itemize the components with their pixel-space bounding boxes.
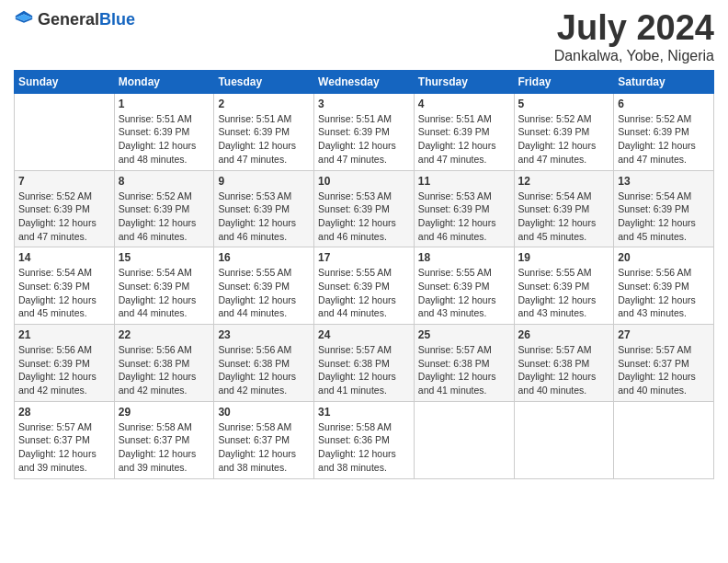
cell-line: Sunrise: 5:51 AM — [318, 113, 392, 124]
cell-line: and 47 minutes. — [18, 231, 87, 242]
cell-text: Sunrise: 5:56 AMSunset: 6:38 PMDaylight:… — [218, 343, 310, 397]
cell-line: Sunset: 6:39 PM — [418, 281, 490, 292]
cell-line: and 47 minutes. — [618, 154, 687, 165]
cell-line: and 47 minutes. — [418, 154, 487, 165]
col-header-sunday: Sunday — [15, 70, 115, 93]
cell-line: Daylight: 12 hours — [119, 294, 197, 305]
cell-1-6: 5Sunrise: 5:52 AMSunset: 6:39 PMDaylight… — [514, 93, 614, 170]
logo-blue: Blue — [99, 10, 135, 29]
cell-1-1 — [15, 93, 115, 170]
cell-1-2: 1Sunrise: 5:51 AMSunset: 6:39 PMDaylight… — [114, 93, 214, 170]
cell-line: Daylight: 12 hours — [119, 217, 197, 228]
day-number: 30 — [218, 406, 310, 419]
day-number: 11 — [418, 175, 510, 188]
cell-text: Sunrise: 5:51 AMSunset: 6:39 PMDaylight:… — [119, 112, 210, 167]
main-container: GeneralBlue July 2024 Dankalwa, Yobe, Ni… — [0, 0, 728, 488]
title-block: July 2024 Dankalwa, Yobe, Nigeria — [554, 9, 714, 64]
cell-line: and 41 minutes. — [418, 385, 487, 396]
cell-text: Sunrise: 5:56 AMSunset: 6:39 PMDaylight:… — [18, 343, 110, 397]
day-number: 18 — [418, 251, 510, 264]
cell-line: Daylight: 12 hours — [318, 217, 396, 228]
cell-text: Sunrise: 5:57 AMSunset: 6:37 PMDaylight:… — [18, 420, 110, 475]
cell-line: Daylight: 12 hours — [418, 371, 496, 382]
cell-line: Sunrise: 5:56 AM — [119, 344, 192, 355]
cell-line: Daylight: 12 hours — [618, 371, 696, 382]
cell-line: Sunrise: 5:51 AM — [218, 113, 291, 124]
cell-line: Daylight: 12 hours — [218, 294, 296, 305]
cell-line: Sunset: 6:38 PM — [119, 358, 190, 369]
day-number: 7 — [18, 175, 110, 188]
day-number: 2 — [218, 98, 310, 110]
cell-2-4: 10Sunrise: 5:53 AMSunset: 6:39 PMDayligh… — [314, 170, 415, 247]
cell-4-3: 23Sunrise: 5:56 AMSunset: 6:38 PMDayligh… — [214, 325, 314, 402]
day-number: 3 — [318, 98, 410, 110]
cell-line: Daylight: 12 hours — [119, 140, 197, 151]
cell-4-4: 24Sunrise: 5:57 AMSunset: 6:38 PMDayligh… — [314, 325, 415, 402]
cell-1-3: 2Sunrise: 5:51 AMSunset: 6:39 PMDaylight… — [214, 93, 314, 170]
cell-line: Sunrise: 5:58 AM — [119, 421, 192, 432]
cell-text: Sunrise: 5:57 AMSunset: 6:38 PMDaylight:… — [318, 343, 410, 397]
cell-line: Sunset: 6:39 PM — [119, 281, 190, 292]
cell-5-7 — [614, 401, 714, 478]
cell-line: Sunrise: 5:55 AM — [318, 267, 392, 278]
cell-line: Sunrise: 5:54 AM — [518, 190, 592, 201]
cell-line: Sunset: 6:37 PM — [18, 434, 90, 445]
week-row-3: 14Sunrise: 5:54 AMSunset: 6:39 PMDayligh… — [15, 247, 714, 325]
cell-line: Sunset: 6:39 PM — [218, 281, 290, 292]
col-header-wednesday: Wednesday — [314, 70, 415, 93]
cell-line: and 38 minutes. — [318, 462, 387, 473]
week-row-2: 7Sunrise: 5:52 AMSunset: 6:39 PMDaylight… — [15, 170, 714, 247]
cell-line: Daylight: 12 hours — [119, 448, 197, 459]
cell-text: Sunrise: 5:56 AMSunset: 6:38 PMDaylight:… — [119, 343, 210, 397]
cell-text: Sunrise: 5:54 AMSunset: 6:39 PMDaylight:… — [119, 266, 210, 320]
cell-line: Daylight: 12 hours — [418, 294, 496, 305]
cell-1-7: 6Sunrise: 5:52 AMSunset: 6:39 PMDaylight… — [614, 93, 714, 170]
cell-line: Sunset: 6:39 PM — [518, 203, 590, 214]
cell-line: Sunrise: 5:52 AM — [518, 113, 592, 124]
week-row-4: 21Sunrise: 5:56 AMSunset: 6:39 PMDayligh… — [15, 325, 714, 402]
cell-3-3: 16Sunrise: 5:55 AMSunset: 6:39 PMDayligh… — [214, 247, 314, 325]
cell-3-2: 15Sunrise: 5:54 AMSunset: 6:39 PMDayligh… — [114, 247, 214, 325]
cell-text: Sunrise: 5:56 AMSunset: 6:39 PMDaylight:… — [618, 266, 710, 320]
cell-line: Sunrise: 5:51 AM — [418, 113, 492, 124]
cell-3-1: 14Sunrise: 5:54 AMSunset: 6:39 PMDayligh… — [15, 247, 115, 325]
cell-5-5 — [414, 401, 514, 478]
cell-5-2: 29Sunrise: 5:58 AMSunset: 6:37 PMDayligh… — [114, 401, 214, 478]
cell-line: Daylight: 12 hours — [418, 140, 496, 151]
cell-line: Sunrise: 5:57 AM — [618, 344, 691, 355]
cell-line: Daylight: 12 hours — [618, 140, 696, 151]
cell-4-7: 27Sunrise: 5:57 AMSunset: 6:37 PMDayligh… — [614, 325, 714, 402]
cell-line: Sunset: 6:38 PM — [418, 358, 490, 369]
cell-line: and 42 minutes. — [18, 385, 87, 396]
cell-text: Sunrise: 5:58 AMSunset: 6:37 PMDaylight:… — [218, 420, 310, 475]
cell-line: and 45 minutes. — [618, 231, 687, 242]
day-number: 8 — [119, 175, 210, 188]
cell-line: Sunrise: 5:57 AM — [318, 344, 392, 355]
cell-line: Daylight: 12 hours — [318, 448, 396, 459]
cell-line: and 38 minutes. — [218, 462, 287, 473]
cell-line: Daylight: 12 hours — [119, 371, 197, 382]
cell-5-1: 28Sunrise: 5:57 AMSunset: 6:37 PMDayligh… — [15, 401, 115, 478]
cell-line: and 46 minutes. — [218, 231, 287, 242]
day-number: 31 — [318, 406, 410, 419]
day-number: 4 — [418, 98, 510, 110]
cell-line: Daylight: 12 hours — [218, 140, 296, 151]
cell-text: Sunrise: 5:53 AMSunset: 6:39 PMDaylight:… — [418, 190, 510, 244]
cell-2-6: 12Sunrise: 5:54 AMSunset: 6:39 PMDayligh… — [514, 170, 614, 247]
cell-line: Sunset: 6:39 PM — [18, 281, 90, 292]
cell-line: and 43 minutes. — [418, 307, 487, 318]
cell-2-1: 7Sunrise: 5:52 AMSunset: 6:39 PMDaylight… — [15, 170, 115, 247]
cell-text: Sunrise: 5:57 AMSunset: 6:38 PMDaylight:… — [418, 343, 510, 397]
cell-text: Sunrise: 5:54 AMSunset: 6:39 PMDaylight:… — [18, 266, 110, 320]
cell-line: Sunset: 6:39 PM — [318, 281, 390, 292]
week-row-1: 1Sunrise: 5:51 AMSunset: 6:39 PMDaylight… — [15, 93, 714, 170]
cell-line: and 47 minutes. — [518, 154, 587, 165]
day-number: 23 — [218, 328, 310, 341]
day-number: 24 — [318, 328, 410, 341]
cell-text: Sunrise: 5:51 AMSunset: 6:39 PMDaylight:… — [318, 112, 410, 167]
cell-text: Sunrise: 5:57 AMSunset: 6:38 PMDaylight:… — [518, 343, 610, 397]
logo: GeneralBlue — [14, 9, 135, 29]
cell-line: Sunrise: 5:57 AM — [418, 344, 492, 355]
cell-text: Sunrise: 5:51 AMSunset: 6:39 PMDaylight:… — [418, 112, 510, 167]
cell-line: and 43 minutes. — [618, 307, 687, 318]
